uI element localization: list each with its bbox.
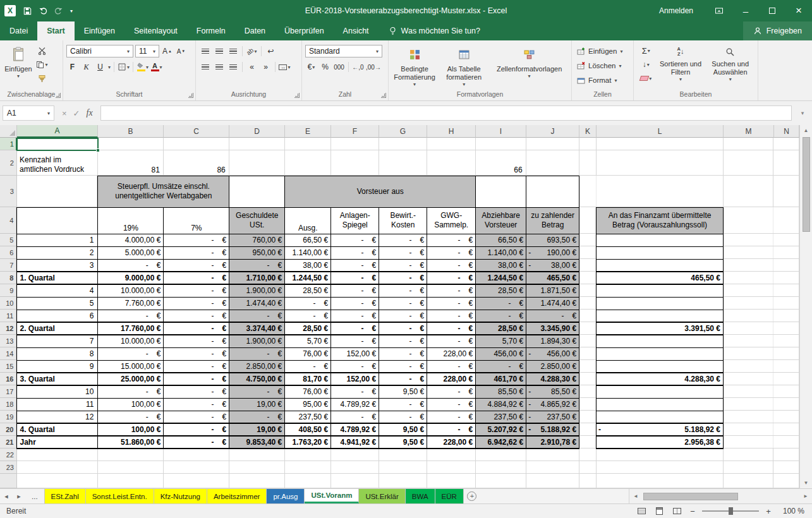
cell-E4[interactable]: Ausg. bbox=[285, 207, 331, 234]
cell-I21[interactable]: 6.942,62 € bbox=[476, 436, 526, 449]
cell-J8[interactable]: 465,50 € bbox=[526, 272, 579, 284]
cell-E15[interactable]: -€ bbox=[285, 360, 331, 373]
cell-D18[interactable]: 19,00 € bbox=[229, 398, 285, 411]
cell-M2[interactable] bbox=[724, 150, 774, 176]
cell-H22[interactable] bbox=[427, 449, 476, 461]
cell-C10[interactable]: -€ bbox=[164, 297, 229, 310]
cell-L10[interactable] bbox=[597, 297, 724, 310]
cell-K21[interactable] bbox=[579, 436, 597, 449]
cell-H6[interactable]: -€ bbox=[427, 246, 476, 259]
cell-L22[interactable] bbox=[597, 449, 724, 461]
cell-N1[interactable] bbox=[773, 138, 799, 150]
cell-F18[interactable]: 4.789,92 € bbox=[331, 398, 379, 411]
cell-C17[interactable]: -€ bbox=[164, 385, 229, 398]
cell-K1[interactable] bbox=[579, 138, 597, 150]
cell-L8[interactable]: 465,50 € bbox=[597, 272, 724, 284]
cell-K24[interactable] bbox=[579, 474, 597, 488]
cell-N3[interactable] bbox=[773, 176, 799, 207]
cell-D6[interactable]: 950,00 € bbox=[229, 246, 285, 259]
row-header-14[interactable]: 14 bbox=[0, 347, 17, 360]
row-header-22[interactable]: 22 bbox=[0, 449, 17, 461]
cell-N12[interactable] bbox=[773, 322, 799, 335]
horizontal-scrollbar[interactable]: ◄ ► bbox=[629, 489, 812, 503]
cell-G11[interactable]: -€ bbox=[379, 310, 427, 322]
cell-J7[interactable]: -38,00 € bbox=[526, 259, 579, 272]
cell-N6[interactable] bbox=[773, 246, 799, 259]
ribbon-tab-formeln[interactable]: Formeln bbox=[187, 21, 235, 40]
page-layout-view-button[interactable] bbox=[653, 505, 665, 517]
zoom-slider-thumb[interactable] bbox=[729, 507, 733, 515]
cell-L17[interactable] bbox=[597, 385, 724, 398]
cell-H21[interactable]: 228,00 € bbox=[427, 436, 476, 449]
cell-D7[interactable]: -€ bbox=[229, 259, 285, 272]
cell-E20[interactable]: 408,50 € bbox=[285, 423, 331, 436]
cell-I11[interactable]: -€ bbox=[476, 310, 526, 322]
cell-A13[interactable]: 7 bbox=[17, 335, 98, 347]
zoom-out-button[interactable]: − bbox=[688, 507, 697, 516]
cell-D19[interactable]: -€ bbox=[229, 411, 285, 423]
column-header-N[interactable]: N bbox=[774, 125, 799, 138]
cell-K18[interactable] bbox=[579, 398, 597, 411]
cell-B8[interactable]: 9.000,00 € bbox=[98, 272, 164, 284]
cell-I3[interactable] bbox=[476, 176, 526, 207]
cell-I8[interactable]: 1.244,50 € bbox=[476, 272, 526, 284]
cell-F14[interactable]: 152,00 € bbox=[331, 347, 379, 360]
cell-D13[interactable]: 1.900,00 € bbox=[229, 335, 285, 347]
scroll-down-arrow[interactable]: ▼ bbox=[800, 478, 812, 488]
share-button[interactable]: Freigeben bbox=[743, 21, 812, 40]
cell-A12[interactable]: 2. Quartal bbox=[17, 322, 98, 335]
cell-G24[interactable] bbox=[379, 474, 427, 488]
cell-B4[interactable]: 19% bbox=[98, 207, 164, 234]
cell-M5[interactable] bbox=[724, 234, 774, 246]
cell-B18[interactable]: 100,00 € bbox=[98, 398, 164, 411]
cell-N23[interactable] bbox=[773, 461, 799, 474]
cell-M19[interactable] bbox=[724, 411, 774, 423]
cell-E16[interactable]: 81,70 € bbox=[285, 373, 331, 385]
close-button[interactable]: × bbox=[785, 0, 812, 21]
font-size-select[interactable]: 11▾ bbox=[135, 45, 159, 57]
normal-view-button[interactable] bbox=[635, 505, 648, 517]
cell-C22[interactable] bbox=[164, 449, 229, 461]
cell-N22[interactable] bbox=[773, 449, 799, 461]
cell-D14[interactable]: -€ bbox=[229, 347, 285, 360]
row-header-16[interactable]: 16 bbox=[0, 373, 17, 385]
cell-E14[interactable]: 76,00 € bbox=[285, 347, 331, 360]
horizontal-scroll-thumb[interactable] bbox=[643, 493, 738, 500]
cell-D9[interactable]: 1.900,00 € bbox=[229, 284, 285, 297]
cell-J10[interactable]: 1.474,40 € bbox=[526, 297, 579, 310]
row-header-9[interactable]: 9 bbox=[0, 284, 17, 297]
cell-C1[interactable] bbox=[164, 138, 229, 150]
save-button[interactable] bbox=[20, 3, 35, 19]
cell-I10[interactable]: -€ bbox=[476, 297, 526, 310]
cell-C12[interactable]: -€ bbox=[164, 322, 229, 335]
cell-B9[interactable]: 10.000,00 € bbox=[98, 284, 164, 297]
grow-font-button[interactable]: A▲ bbox=[161, 45, 173, 57]
cell-B6[interactable]: 5.000,00 € bbox=[98, 246, 164, 259]
cell-N20[interactable] bbox=[773, 423, 799, 436]
cell-K10[interactable] bbox=[579, 297, 597, 310]
paste-button[interactable]: Einfügen ▾ bbox=[3, 43, 33, 90]
align-top-button[interactable] bbox=[199, 45, 211, 57]
cell-L19[interactable] bbox=[597, 411, 724, 423]
vertical-scrollbar[interactable]: ▲ ▼ bbox=[799, 125, 812, 488]
cell-G23[interactable] bbox=[379, 461, 427, 474]
cell-B11[interactable]: -€ bbox=[98, 310, 164, 322]
row-header-24[interactable] bbox=[0, 474, 17, 488]
fill-button[interactable]: ↓▾ bbox=[637, 58, 655, 71]
cell-K9[interactable] bbox=[579, 284, 597, 297]
cell-J22[interactable] bbox=[526, 449, 579, 461]
column-header-J[interactable]: J bbox=[526, 125, 579, 138]
column-header-G[interactable]: G bbox=[379, 125, 427, 138]
cell-B15[interactable]: 15.000,00 € bbox=[98, 360, 164, 373]
cell-L11[interactable] bbox=[597, 310, 724, 322]
cell-C6[interactable]: -€ bbox=[164, 246, 229, 259]
cell-J13[interactable]: 1.894,30 € bbox=[526, 335, 579, 347]
cell-B10[interactable]: 7.760,00 € bbox=[98, 297, 164, 310]
format-cells-button[interactable]: Format▾ bbox=[575, 73, 630, 87]
italic-button[interactable]: K bbox=[80, 61, 92, 73]
cell-I12[interactable]: 28,50 € bbox=[476, 322, 526, 335]
cell-M18[interactable] bbox=[724, 398, 774, 411]
cell-E7[interactable]: 38,00 € bbox=[285, 259, 331, 272]
ribbon-tab-daten[interactable]: Daten bbox=[235, 21, 275, 40]
cell-F23[interactable] bbox=[331, 461, 379, 474]
